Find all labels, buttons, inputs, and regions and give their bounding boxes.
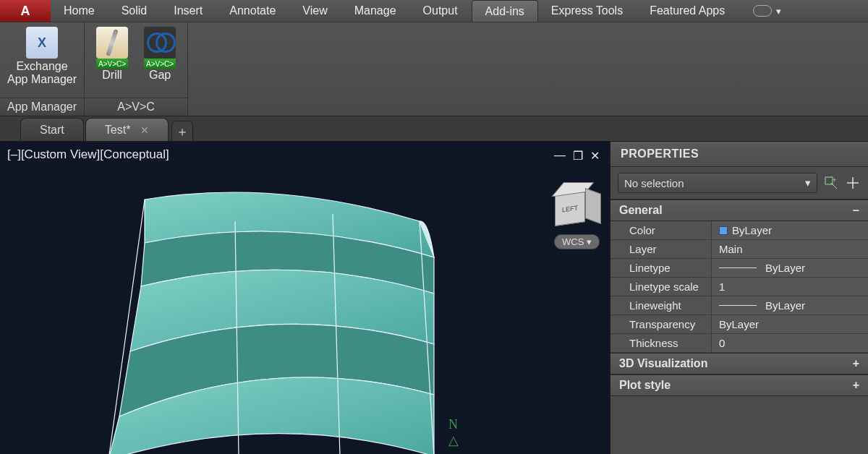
prop-key-transparency: Transparency	[610, 315, 712, 333]
wcs-badge[interactable]: WCS ▾	[554, 234, 600, 249]
prop-row-layer: Layer Main	[610, 240, 868, 259]
north-indicator: N△	[448, 417, 459, 448]
prop-val-color[interactable]: ByLayer	[712, 221, 868, 239]
menu-extras: ▾	[753, 0, 781, 22]
menu-tab-manage[interactable]: Manage	[341, 0, 410, 22]
exchange-app-manager-button[interactable]: X Exchange App Manager	[7, 27, 77, 86]
new-doc-button[interactable]: ＋	[171, 121, 193, 141]
section-3d-visualization[interactable]: 3D Visualization+	[610, 353, 868, 374]
menu-tab-solid[interactable]: Solid	[109, 0, 161, 22]
color-swatch-icon	[719, 226, 728, 235]
doc-tab-test[interactable]: Test* ✕	[85, 118, 169, 141]
line-sample-icon	[719, 305, 757, 306]
chevron-down-icon[interactable]: ▾	[776, 6, 781, 17]
prop-key-linetype: Linetype	[610, 259, 712, 277]
properties-panel: PROPERTIES No selection ▾ + General– Col…	[610, 142, 868, 454]
ribbon-panel-title-avc: A>V>C	[85, 98, 187, 116]
ribbon: X Exchange App Manager App Manager A>V>C…	[0, 22, 868, 116]
drill-label: Drill	[102, 69, 122, 82]
prop-row-linetype-scale: Linetype scale 1	[610, 278, 868, 296]
view-cube-side-face[interactable]	[585, 188, 601, 224]
prop-val-thickness[interactable]: 0	[712, 334, 868, 352]
menu-tab-view[interactable]: View	[289, 0, 341, 22]
menu-tab-home[interactable]: Home	[51, 0, 109, 22]
prop-key-layer: Layer	[610, 240, 712, 258]
menu-tab-addins[interactable]: Add-ins	[472, 0, 538, 22]
collapse-icon: –	[853, 204, 859, 217]
menu-tab-featured-apps[interactable]: Featured Apps	[637, 0, 739, 22]
prop-val-layer[interactable]: Main	[712, 240, 868, 258]
gap-icon	[144, 27, 176, 59]
prop-val-transparency[interactable]: ByLayer	[712, 315, 868, 333]
minimize-icon[interactable]: —	[554, 149, 566, 163]
status-pill-icon[interactable]	[753, 5, 772, 17]
selection-dropdown[interactable]: No selection ▾	[618, 173, 817, 193]
prop-key-thickness: Thickness	[610, 334, 712, 352]
menu-tab-annotate[interactable]: Annotate	[216, 0, 289, 22]
view-cube-front-face[interactable]: LEFT	[555, 192, 585, 226]
exchange-label-2: App Manager	[7, 73, 77, 86]
app-logo-icon: A	[0, 0, 51, 22]
prop-row-transparency: Transparency ByLayer	[610, 315, 868, 334]
exchange-icon: X	[26, 27, 58, 59]
svg-text:+: +	[833, 176, 836, 184]
prop-key-linetype-scale: Linetype scale	[610, 278, 712, 296]
workspace: [–][Custom View][Conceptual] — ❐ ✕ LEFT …	[0, 142, 868, 454]
close-icon[interactable]: ✕	[140, 124, 149, 136]
prop-row-thickness: Thickness 0	[610, 334, 868, 353]
prop-val-lineweight[interactable]: ByLayer	[712, 296, 868, 314]
pick-add-button[interactable]	[845, 175, 861, 191]
drawing-canvas[interactable]: [–][Custom View][Conceptual] — ❐ ✕ LEFT …	[0, 142, 610, 454]
doc-tab-start[interactable]: Start	[20, 118, 84, 141]
ribbon-panel-avc: A>V>C> Drill A>V>C> Gap A>V>C	[85, 22, 188, 116]
expand-icon: +	[853, 379, 859, 392]
prop-val-linetype-scale[interactable]: 1	[712, 278, 868, 296]
chevron-down-icon: ▾	[805, 176, 811, 189]
drill-icon	[96, 27, 128, 59]
quick-select-button[interactable]: +	[823, 175, 839, 191]
viewport-controls: — ❐ ✕	[554, 149, 600, 163]
properties-toolbar: No selection ▾ +	[610, 167, 868, 200]
avc-badge-icon: A>V>C>	[96, 59, 128, 69]
prop-key-lineweight: Lineweight	[610, 296, 712, 314]
selection-dropdown-label: No selection	[624, 177, 684, 189]
prop-row-color: Color ByLayer	[610, 221, 868, 240]
model-3d	[58, 171, 463, 454]
menu-tab-insert[interactable]: Insert	[161, 0, 216, 22]
drill-button[interactable]: A>V>C> Drill	[92, 27, 132, 82]
ribbon-panel-title-appmgr: App Manager	[0, 98, 84, 116]
gap-label: Gap	[149, 69, 171, 82]
expand-icon: +	[853, 357, 859, 370]
ribbon-panel-app-manager: X Exchange App Manager App Manager	[0, 22, 85, 116]
avc-badge-icon-2: A>V>C>	[144, 59, 176, 69]
properties-title: PROPERTIES	[610, 142, 868, 167]
prop-row-linetype: Linetype ByLayer	[610, 259, 868, 278]
restore-icon[interactable]: ❐	[573, 149, 583, 163]
exchange-label-1: Exchange	[16, 60, 67, 73]
section-plot-style[interactable]: Plot style+	[610, 374, 868, 396]
doc-tab-start-label: Start	[40, 124, 64, 137]
document-tabs: Start Test* ✕ ＋	[0, 116, 868, 142]
close-viewport-icon[interactable]: ✕	[590, 149, 600, 163]
prop-row-lineweight: Lineweight ByLayer	[610, 296, 868, 315]
section-general[interactable]: General–	[610, 200, 868, 221]
viewport-label[interactable]: [–][Custom View][Conceptual]	[7, 147, 169, 162]
menu-bar: A Home Solid Insert Annotate View Manage…	[0, 0, 868, 22]
menu-tab-output[interactable]: Output	[410, 0, 472, 22]
menu-tab-express-tools[interactable]: Express Tools	[538, 0, 637, 22]
gap-button[interactable]: A>V>C> Gap	[140, 27, 180, 82]
view-cube[interactable]: LEFT	[555, 181, 600, 226]
line-sample-icon	[719, 267, 757, 268]
prop-key-color: Color	[610, 221, 712, 239]
prop-val-linetype[interactable]: ByLayer	[712, 259, 868, 277]
doc-tab-test-label: Test*	[105, 124, 131, 137]
